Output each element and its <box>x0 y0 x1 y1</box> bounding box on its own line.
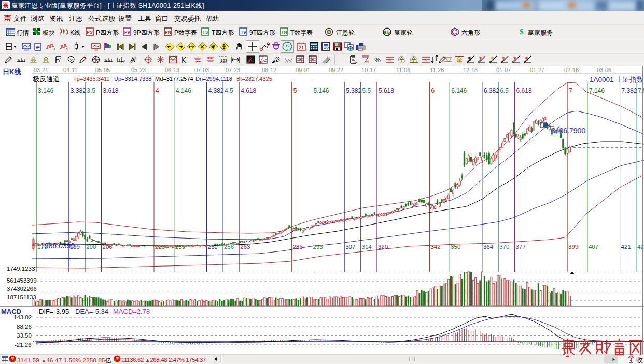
svg-text:4.146: 4.146 <box>176 87 191 94</box>
svg-text:$: $ <box>520 27 524 36</box>
svg-text:n²: n² <box>121 60 125 64</box>
svg-text:7: 7 <box>569 87 572 94</box>
svg-text:5: 5 <box>293 87 297 94</box>
svg-text:Big: Big <box>384 31 390 35</box>
svg-text:PN: PN <box>165 30 171 35</box>
svg-text:5.618: 5.618 <box>379 87 394 94</box>
svg-text:307: 307 <box>345 244 355 250</box>
svg-text:250: 250 <box>208 244 218 250</box>
svg-text:421: 421 <box>621 244 631 250</box>
svg-text:5.146: 5.146 <box>314 87 329 94</box>
svg-text:3: 3 <box>53 47 55 51</box>
svg-text:407: 407 <box>589 244 598 250</box>
svg-text:PS: PS <box>87 30 93 35</box>
svg-text:342: 342 <box>430 244 440 250</box>
svg-text:377: 377 <box>516 244 526 250</box>
svg-text:399: 399 <box>568 244 578 250</box>
svg-text:4.382: 4.382 <box>208 87 224 94</box>
svg-text:123: 123 <box>354 60 357 63</box>
svg-text:123: 123 <box>220 58 228 63</box>
svg-text:6: 6 <box>431 87 435 94</box>
svg-text:%: % <box>424 58 427 62</box>
svg-text:TN: TN <box>281 30 287 35</box>
svg-text:3.618: 3.618 <box>103 87 119 94</box>
svg-text:T9: T9 <box>241 30 246 35</box>
svg-text:6.618: 6.618 <box>516 87 532 94</box>
svg-text:4.5: 4.5 <box>225 87 233 94</box>
svg-text:%: % <box>366 59 369 64</box>
svg-text:5.382: 5.382 <box>346 87 361 94</box>
svg-text:6.382: 6.382 <box>484 87 499 94</box>
svg-text:5.5: 5.5 <box>362 87 371 94</box>
svg-text:": " <box>187 56 188 60</box>
svg-text:6.146: 6.146 <box>451 87 467 94</box>
svg-text:370: 370 <box>499 244 509 250</box>
svg-text:%: % <box>388 58 391 62</box>
svg-text:9: 9 <box>66 47 68 51</box>
svg-text:293: 293 <box>313 244 323 250</box>
svg-text:7.146: 7.146 <box>589 87 605 94</box>
svg-text:7.382: 7.382 <box>622 87 637 94</box>
svg-text:3.5: 3.5 <box>87 87 95 94</box>
svg-text:6.5: 6.5 <box>500 87 509 94</box>
svg-text:3.382: 3.382 <box>71 87 86 94</box>
svg-text:364: 364 <box>483 244 494 250</box>
svg-text:314: 314 <box>362 244 372 250</box>
svg-text:P9: P9 <box>124 30 130 35</box>
svg-text:TS: TS <box>203 30 208 35</box>
svg-text:%: % <box>374 56 381 64</box>
svg-text:4.618: 4.618 <box>241 87 256 94</box>
svg-text:4: 4 <box>156 87 159 94</box>
svg-text:21: 21 <box>299 45 304 50</box>
svg-text:3.146: 3.146 <box>38 87 53 94</box>
